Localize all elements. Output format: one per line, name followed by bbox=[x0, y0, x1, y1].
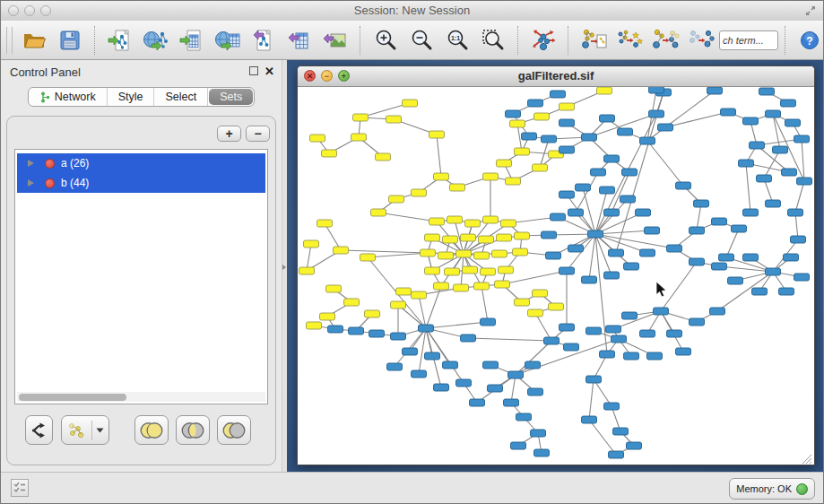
graph-node[interactable] bbox=[515, 148, 530, 155]
graph-node[interactable] bbox=[445, 268, 460, 275]
set-row-a[interactable]: a (26) bbox=[17, 153, 265, 173]
apply-layout-button[interactable] bbox=[525, 23, 561, 57]
graph-node[interactable] bbox=[757, 175, 772, 182]
graph-node[interactable] bbox=[328, 326, 343, 333]
graph-node[interactable] bbox=[542, 135, 557, 143]
graph-node[interactable] bbox=[434, 384, 449, 391]
graph-node[interactable] bbox=[627, 442, 642, 449]
graph-node[interactable] bbox=[320, 313, 335, 320]
graph-node[interactable] bbox=[707, 87, 723, 94]
graph-edge[interactable] bbox=[307, 244, 311, 271]
set-row-b[interactable]: b (44) bbox=[17, 173, 265, 193]
graph-node[interactable] bbox=[434, 282, 449, 290]
graph-node[interactable] bbox=[568, 209, 584, 216]
graph-node[interactable] bbox=[750, 142, 765, 149]
graph-edge[interactable] bbox=[468, 338, 551, 341]
graph-node[interactable] bbox=[396, 288, 412, 295]
graph-node[interactable] bbox=[403, 348, 418, 355]
graph-node[interactable] bbox=[647, 352, 663, 360]
save-session-button[interactable] bbox=[52, 23, 88, 57]
graph-node[interactable] bbox=[694, 200, 709, 207]
graph-node[interactable] bbox=[784, 254, 799, 261]
graph-node[interactable] bbox=[743, 254, 759, 261]
graph-node[interactable] bbox=[600, 187, 615, 194]
graph-node[interactable] bbox=[544, 337, 559, 344]
graph-node[interactable] bbox=[559, 267, 575, 274]
expand-arrow-icon[interactable] bbox=[28, 179, 34, 187]
graph-node[interactable] bbox=[504, 399, 519, 406]
graph-node[interactable] bbox=[349, 327, 364, 335]
graph-node[interactable] bbox=[511, 442, 526, 449]
graph-node[interactable] bbox=[609, 249, 624, 256]
task-history-button[interactable] bbox=[11, 479, 29, 497]
graph-node[interactable] bbox=[609, 451, 624, 458]
graph-node[interactable] bbox=[559, 103, 575, 110]
graph-node[interactable] bbox=[387, 363, 403, 370]
split-sets-button[interactable] bbox=[25, 415, 53, 445]
graph-node[interactable] bbox=[371, 209, 386, 216]
zoom-actual-size-button[interactable]: 1:1 bbox=[439, 23, 475, 57]
graph-edge[interactable] bbox=[697, 204, 701, 230]
graph-node[interactable] bbox=[559, 119, 575, 126]
graph-node[interactable] bbox=[620, 196, 636, 203]
graph-node[interactable] bbox=[719, 254, 734, 261]
venn-union-button[interactable] bbox=[134, 415, 169, 445]
graph-node[interactable] bbox=[797, 178, 812, 185]
scrollbar-thumb[interactable] bbox=[19, 394, 126, 401]
graph-edge[interactable] bbox=[325, 223, 341, 250]
graph-node[interactable] bbox=[344, 299, 360, 306]
create-set-button[interactable] bbox=[61, 415, 109, 445]
graph-node[interactable] bbox=[322, 150, 337, 157]
select-from-network-button[interactable] bbox=[611, 23, 647, 57]
graph-node[interactable] bbox=[604, 272, 620, 279]
graph-node[interactable] bbox=[551, 213, 566, 221]
network-canvas[interactable] bbox=[298, 87, 812, 465]
graph-node[interactable] bbox=[586, 376, 602, 383]
graph-node[interactable] bbox=[391, 301, 406, 308]
remove-set-button[interactable]: − bbox=[246, 126, 270, 142]
graph-node[interactable] bbox=[317, 220, 333, 227]
add-set-button[interactable]: + bbox=[217, 126, 241, 142]
import-network-file-button[interactable] bbox=[102, 23, 138, 57]
graph-node[interactable] bbox=[307, 322, 322, 329]
graph-node[interactable] bbox=[429, 218, 445, 225]
graph-node[interactable] bbox=[438, 252, 454, 259]
graph-node[interactable] bbox=[766, 268, 781, 275]
import-table-file-button[interactable] bbox=[174, 23, 210, 57]
graph-node[interactable] bbox=[456, 250, 472, 257]
graph-node[interactable] bbox=[739, 160, 754, 167]
graph-node[interactable] bbox=[425, 267, 440, 274]
graph-node[interactable] bbox=[461, 335, 476, 342]
graph-node[interactable] bbox=[604, 403, 620, 410]
tab-style[interactable]: Style bbox=[108, 88, 155, 106]
graph-node[interactable] bbox=[582, 416, 597, 423]
graph-node[interactable] bbox=[667, 330, 682, 337]
help-button[interactable]: ? bbox=[800, 30, 820, 50]
graph-node[interactable] bbox=[391, 333, 406, 340]
graph-node[interactable] bbox=[640, 249, 655, 256]
graph-node[interactable] bbox=[483, 361, 499, 369]
graph-node[interactable] bbox=[429, 131, 445, 138]
zoom-in-button[interactable] bbox=[368, 23, 403, 57]
resize-grip[interactable] bbox=[800, 452, 811, 464]
graph-edge[interactable] bbox=[511, 375, 516, 403]
graph-node[interactable] bbox=[474, 252, 490, 259]
tab-select[interactable]: Select bbox=[154, 88, 208, 106]
graph-edge[interactable] bbox=[595, 234, 607, 354]
export-table-button[interactable] bbox=[282, 23, 317, 57]
graph-node[interactable] bbox=[434, 173, 449, 180]
graph-edge[interactable] bbox=[764, 150, 780, 178]
search-field[interactable] bbox=[719, 30, 778, 50]
graph-node[interactable] bbox=[788, 209, 803, 216]
graph-node[interactable] bbox=[728, 277, 743, 284]
network-frame-titlebar[interactable]: ✕ − + galFiltered.sif bbox=[298, 66, 814, 87]
graph-node[interactable] bbox=[676, 182, 691, 189]
graph-node[interactable] bbox=[525, 361, 541, 369]
graph-node[interactable] bbox=[501, 220, 516, 227]
horizontal-scrollbar[interactable] bbox=[17, 392, 265, 402]
graph-node[interactable] bbox=[597, 87, 612, 94]
graph-edge[interactable] bbox=[773, 114, 780, 150]
graph-node[interactable] bbox=[456, 379, 472, 387]
graph-node[interactable] bbox=[425, 352, 440, 360]
graph-edge[interactable] bbox=[426, 322, 488, 328]
